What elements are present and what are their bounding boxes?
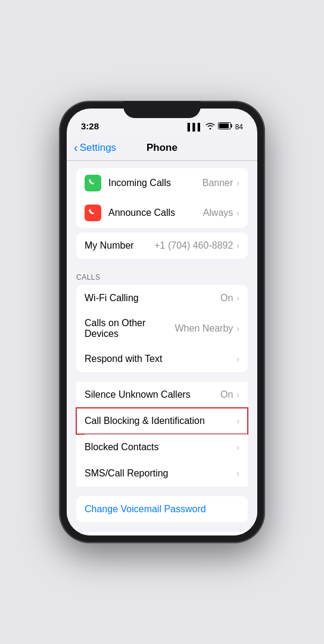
- silence-unknown-item[interactable]: Silence Unknown Callers On ›: [76, 382, 248, 408]
- phone-screen: 3:28 ▌▌▌ 84: [67, 109, 257, 535]
- settings-scroll[interactable]: Incoming Calls Banner › Announce Calls A…: [67, 161, 257, 535]
- sms-call-reporting-item[interactable]: SMS/Call Reporting ›: [76, 460, 248, 487]
- silence-unknown-label: Silence Unknown Callers: [85, 389, 220, 400]
- announce-calls-chevron-icon: ›: [236, 208, 239, 218]
- status-icons: ▌▌▌ 84: [188, 122, 243, 131]
- change-voicemail-item[interactable]: Change Voicemail Password: [76, 496, 248, 522]
- blocked-contacts-chevron-icon: ›: [236, 442, 239, 452]
- respond-with-text-item[interactable]: Respond with Text ›: [76, 346, 248, 372]
- silence-blocking-group: Silence Unknown Callers On › Call Blocki…: [76, 382, 248, 487]
- calls-other-devices-item[interactable]: Calls on Other Devices When Nearby ›: [76, 311, 248, 346]
- calls-section-label: CALLS: [67, 264, 257, 285]
- incoming-calls-chevron-icon: ›: [236, 178, 239, 188]
- blocked-contacts-item[interactable]: Blocked Contacts ›: [76, 434, 248, 460]
- svg-rect-1: [219, 123, 229, 128]
- top-settings-group: Incoming Calls Banner › Announce Calls A…: [76, 168, 248, 228]
- silence-unknown-chevron-icon: ›: [236, 390, 239, 400]
- page-title: Phone: [147, 142, 177, 154]
- signal-icon: ▌▌▌: [188, 123, 203, 131]
- wifi-calling-value: On: [220, 293, 233, 304]
- voicemail-group: Change Voicemail Password: [76, 496, 248, 522]
- call-blocking-chevron-icon: ›: [236, 416, 239, 426]
- wifi-calling-label: Wi-Fi Calling: [85, 293, 220, 304]
- notch: [123, 101, 201, 118]
- status-time: 3:28: [81, 121, 99, 131]
- announce-calls-icon: [85, 205, 101, 221]
- back-button[interactable]: ‹ Settings: [74, 141, 116, 154]
- sms-call-reporting-label: SMS/Call Reporting: [85, 468, 236, 479]
- incoming-calls-item[interactable]: Incoming Calls Banner ›: [76, 168, 248, 198]
- announce-calls-item[interactable]: Announce Calls Always ›: [76, 198, 248, 228]
- wifi-calling-chevron-icon: ›: [236, 293, 239, 303]
- back-chevron-icon: ‹: [74, 141, 78, 154]
- announce-calls-label: Announce Calls: [108, 208, 203, 218]
- call-blocking-item[interactable]: Call Blocking & Identification ›: [76, 408, 248, 434]
- sms-call-reporting-chevron-icon: ›: [236, 469, 239, 478]
- dial-assist-group: Dial Assist: [76, 532, 248, 535]
- calls-other-devices-chevron-icon: ›: [236, 324, 239, 333]
- calls-settings-group: Wi-Fi Calling On › Calls on Other Device…: [76, 285, 248, 372]
- announce-calls-value: Always: [203, 208, 233, 218]
- respond-with-text-chevron-icon: ›: [236, 354, 239, 364]
- calls-section: CALLS Wi-Fi Calling On › Calls on Other …: [67, 264, 257, 372]
- nav-bar: ‹ Settings Phone: [67, 135, 257, 161]
- wifi-icon: [205, 122, 215, 131]
- my-number-group: My Number +1 (704) 460-8892 ›: [76, 233, 248, 259]
- incoming-calls-value: Banner: [202, 178, 233, 188]
- my-number-chevron-icon: ›: [236, 241, 239, 250]
- call-blocking-label: Call Blocking & Identification: [85, 416, 236, 426]
- back-label: Settings: [80, 142, 116, 154]
- incoming-calls-label: Incoming Calls: [108, 178, 202, 188]
- calls-other-devices-value: When Nearby: [175, 323, 233, 334]
- my-number-value: +1 (704) 460-8892: [154, 240, 233, 251]
- change-voicemail-label: Change Voicemail Password: [85, 504, 239, 515]
- silence-unknown-value: On: [220, 389, 233, 400]
- dial-assist-item[interactable]: Dial Assist: [76, 532, 248, 535]
- battery-icon: 84: [218, 122, 243, 131]
- respond-with-text-label: Respond with Text: [85, 354, 236, 364]
- calls-other-devices-label: Calls on Other Devices: [85, 318, 175, 339]
- blocked-contacts-label: Blocked Contacts: [85, 442, 236, 453]
- incoming-calls-icon: [85, 175, 101, 191]
- my-number-item[interactable]: My Number +1 (704) 460-8892 ›: [76, 233, 248, 259]
- phone-frame: 3:28 ▌▌▌ 84: [60, 101, 264, 543]
- wifi-calling-item[interactable]: Wi-Fi Calling On ›: [76, 285, 248, 311]
- my-number-label: My Number: [85, 240, 154, 251]
